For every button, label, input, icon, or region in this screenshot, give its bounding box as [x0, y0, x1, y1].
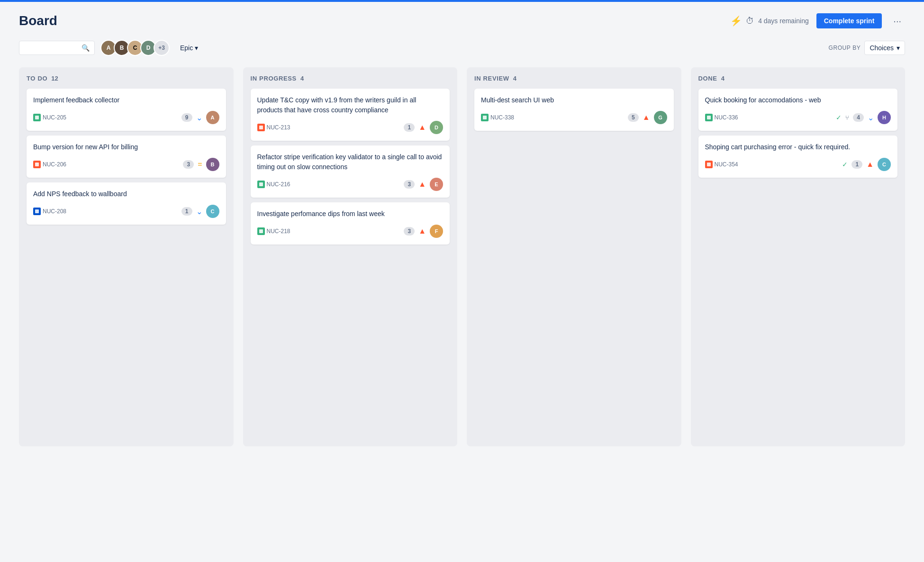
- toolbar: 🔍 A B C D +3 Epic ▾ GROUP BY Choices ▾: [19, 40, 905, 56]
- card-avatar: H: [878, 111, 891, 124]
- card-avatar: F: [430, 225, 443, 238]
- priority-icon: ▲: [418, 123, 426, 132]
- issue-type-icon: [257, 181, 265, 188]
- search-input[interactable]: [24, 44, 78, 52]
- issue-type-icon: [33, 161, 41, 168]
- app-container: Board ⚡ ⏱ 4 days remaining Complete spri…: [0, 2, 924, 458]
- card-id: NUC-213: [257, 124, 290, 131]
- priority-icon: ⌄: [868, 113, 874, 122]
- issue-type-icon: [705, 161, 713, 168]
- card-title: Update T&C copy with v1.9 from the write…: [257, 95, 444, 115]
- card-right: 1 ⌄ C: [181, 205, 219, 218]
- group-by-control: GROUP BY Choices ▾: [828, 41, 905, 55]
- column-header-done: DONE 4: [698, 75, 898, 82]
- card-meta: NUC-354 ✓ 1 ▲ C: [705, 158, 891, 171]
- card-title: Investigate perfomance dips from last we…: [257, 209, 444, 219]
- priority-icon: ▲: [643, 113, 650, 122]
- card-meta: NUC-218 3 ▲ F: [257, 225, 444, 238]
- svg-rect-5: [259, 229, 263, 233]
- card-count: 4: [853, 113, 864, 122]
- card[interactable]: Quick booking for accomodations - web NU…: [698, 89, 898, 131]
- complete-sprint-button[interactable]: Complete sprint: [816, 13, 882, 28]
- sprint-info: ⚡ ⏱ 4 days remaining: [730, 15, 809, 27]
- card-count: 9: [181, 113, 192, 122]
- card-count: 1: [181, 207, 192, 216]
- svg-rect-0: [35, 116, 39, 119]
- card[interactable]: Implement feedback collector NUC-205 9 ⌄…: [27, 89, 226, 131]
- card-number: NUC-218: [267, 228, 290, 235]
- column-count: 4: [721, 75, 725, 82]
- card-meta: NUC-213 1 ▲ D: [257, 121, 444, 134]
- chevron-down-icon: ▾: [195, 44, 198, 52]
- more-options-button[interactable]: ···: [889, 14, 905, 28]
- card-title: Implement feedback collector: [33, 95, 219, 105]
- search-box[interactable]: 🔍: [19, 41, 95, 55]
- card-right: 9 ⌄ A: [181, 111, 219, 124]
- icon-svg: [259, 229, 263, 234]
- issue-type-icon: [257, 227, 265, 235]
- card-meta: NUC-206 3 = B: [33, 158, 219, 171]
- card[interactable]: Add NPS feedback to wallboard NUC-208 1 …: [27, 182, 226, 225]
- svg-rect-4: [259, 182, 263, 186]
- svg-rect-7: [707, 116, 711, 119]
- column-title: TO DO: [27, 75, 47, 82]
- column-count: 4: [513, 75, 516, 82]
- header: Board ⚡ ⏱ 4 days remaining Complete spri…: [19, 13, 905, 28]
- card-number: NUC-336: [715, 114, 738, 121]
- timer-icon: ⏱: [746, 16, 754, 26]
- card[interactable]: Refactor stripe verification key validat…: [251, 145, 450, 198]
- card-avatar: E: [430, 178, 443, 191]
- card[interactable]: Update T&C copy with v1.9 from the write…: [251, 89, 450, 141]
- card-meta: NUC-338 5 ▲ G: [481, 111, 667, 124]
- card-number: NUC-205: [43, 114, 66, 121]
- card-avatar: C: [206, 205, 219, 218]
- icon-svg: [259, 125, 263, 130]
- card-right: ✓ 1 ▲ C: [842, 158, 891, 171]
- card-count: 5: [628, 113, 639, 122]
- svg-rect-8: [707, 163, 711, 166]
- avatar-extra-count[interactable]: +3: [154, 40, 170, 56]
- card-id: NUC-205: [33, 114, 66, 121]
- card-number: NUC-206: [43, 161, 66, 168]
- card-number: NUC-216: [267, 181, 290, 188]
- card-number: NUC-354: [715, 161, 738, 168]
- priority-icon: ⌄: [196, 207, 202, 216]
- choices-label: Choices: [870, 44, 894, 52]
- card[interactable]: Multi-dest search UI web NUC-338 5 ▲ G: [474, 89, 674, 131]
- lightning-icon: ⚡: [730, 15, 742, 27]
- search-icon: 🔍: [82, 44, 90, 52]
- card-title: Multi-dest search UI web: [481, 95, 667, 105]
- svg-rect-3: [259, 126, 263, 129]
- column-inprogress: IN PROGRESS 4 Update T&C copy with v1.9 …: [243, 67, 458, 446]
- epic-filter-button[interactable]: Epic ▾: [175, 41, 203, 54]
- card-avatar: A: [206, 111, 219, 124]
- card-count: 1: [852, 160, 862, 169]
- card-title: Quick booking for accomodations - web: [705, 95, 891, 105]
- card-count: 3: [404, 227, 415, 236]
- card[interactable]: Shoping cart purchasing error - quick fi…: [698, 136, 898, 178]
- column-title: IN PROGRESS: [251, 75, 297, 82]
- card-id: NUC-338: [481, 114, 514, 121]
- column-header-inprogress: IN PROGRESS 4: [251, 75, 450, 82]
- card-title: Refactor stripe verification key validat…: [257, 152, 444, 172]
- card-count: 3: [404, 180, 415, 189]
- card[interactable]: Bump version for new API for billing NUC…: [27, 136, 226, 178]
- icon-svg: [35, 162, 39, 167]
- column-count: 12: [51, 75, 58, 82]
- card[interactable]: Investigate perfomance dips from last we…: [251, 202, 450, 245]
- icon-svg: [707, 115, 711, 120]
- page-title: Board: [19, 13, 57, 28]
- column-title: DONE: [698, 75, 717, 82]
- icon-svg: [35, 115, 39, 120]
- card-count: 3: [183, 160, 194, 169]
- card-meta: NUC-216 3 ▲ E: [257, 178, 444, 191]
- card-right: 3 ▲ F: [404, 225, 443, 238]
- card-avatar: D: [430, 121, 443, 134]
- priority-icon: ▲: [418, 180, 426, 189]
- icon-svg: [707, 162, 711, 167]
- card-right: 3 = B: [183, 158, 219, 171]
- header-right: ⚡ ⏱ 4 days remaining Complete sprint ···: [730, 13, 905, 28]
- card-id: NUC-208: [33, 208, 66, 215]
- choices-dropdown[interactable]: Choices ▾: [864, 41, 905, 55]
- card-number: NUC-213: [267, 124, 290, 131]
